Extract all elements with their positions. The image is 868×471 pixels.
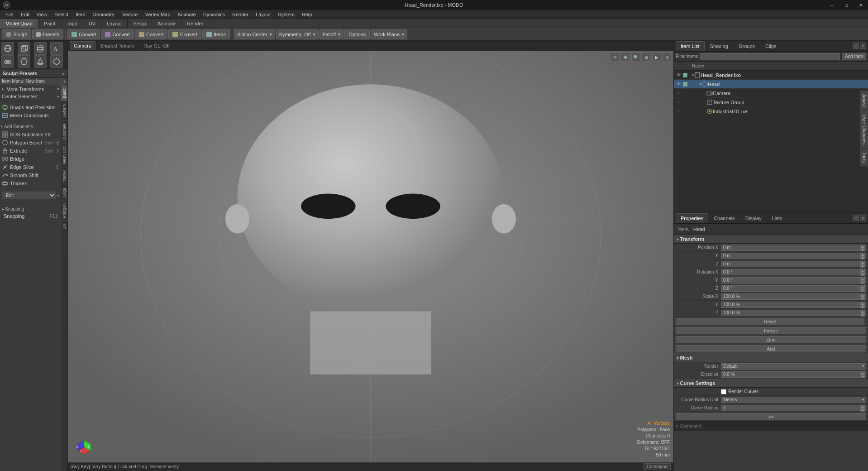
vtab-deform[interactable]: Deform (61, 101, 67, 120)
tool-cylinder[interactable] (34, 42, 47, 55)
dissolve-value[interactable]: 0.0 % ▲▼ (721, 371, 866, 378)
menu-item-animate[interactable]: Animate (174, 10, 199, 19)
vis-eye-camera[interactable]: 👁 (676, 90, 682, 96)
convert-button-1[interactable]: Convert (67, 29, 100, 39)
curve-r-down[interactable]: ▼ (860, 409, 865, 412)
tab-layout[interactable]: Layout (101, 19, 128, 28)
edge-slice-row[interactable]: Edge Slice C (0, 163, 61, 171)
snapping-header[interactable]: ▸ Snapping (2, 206, 59, 212)
items-button[interactable]: Items (202, 29, 230, 39)
panel-resize-collapse[interactable]: × (860, 43, 866, 49)
item-menu-arrow[interactable]: ▾ (63, 79, 66, 84)
tab-lists[interactable]: Lists (767, 213, 787, 223)
vp-icon-1[interactable]: ⟳ (610, 53, 620, 62)
thicken-row[interactable]: Thicken (0, 179, 61, 187)
options-button[interactable]: Options (344, 29, 370, 39)
rot-x-up[interactable]: ▲ (860, 269, 865, 273)
tool-sphere[interactable] (1, 42, 14, 55)
freeze-button[interactable]: Freeze (676, 327, 866, 334)
menu-item-file[interactable]: File (2, 10, 17, 19)
scale-x-up[interactable]: ▲ (860, 294, 865, 297)
item-row-camera[interactable]: 👁 Camera (674, 89, 868, 98)
vtab-edge[interactable]: Edge (61, 185, 67, 200)
tab-model-quad[interactable]: Model Quad (0, 19, 38, 28)
menu-item-render[interactable]: Render (229, 10, 252, 19)
menu-item-view[interactable]: View (33, 10, 51, 19)
snaps-row[interactable]: Snaps and Precision (0, 103, 61, 111)
vtab-vertex[interactable]: Vertex (61, 167, 67, 185)
tab-shading[interactable]: Shading (705, 41, 733, 51)
command-field[interactable] (678, 424, 866, 429)
scale-y-value[interactable]: 100.0 % ▲▼ (721, 302, 866, 308)
orient-cube[interactable]: Y Z X (74, 437, 95, 457)
dissolve-down[interactable]: ▼ (860, 375, 865, 378)
pos-z-down[interactable]: ▼ (860, 264, 865, 268)
tab-clips[interactable]: Clips (760, 41, 781, 51)
item-row-texture[interactable]: 👁 Texture Group (674, 98, 868, 107)
maximize-button[interactable]: □ (839, 0, 854, 10)
rot-z-down[interactable]: ▼ (860, 289, 865, 292)
pos-y-value[interactable]: 0 m ▲▼ (721, 253, 866, 259)
zero-button[interactable]: Zero (676, 336, 866, 343)
polygon-bevel-row[interactable]: Polygon Bevel Shift+B (0, 139, 61, 147)
viewport-canvas[interactable]: ⟳ ✥ 🔍 ⊞ ▶ ⊙ Y Z X (68, 51, 673, 471)
curve-radius-unit-dropdown[interactable]: Meters (721, 397, 866, 403)
scale-y-down[interactable]: ▼ (860, 305, 865, 308)
rot-y-down[interactable]: ▼ (860, 281, 865, 284)
presets-button[interactable]: Presets (32, 29, 63, 39)
item-row-head[interactable]: 👁 ▾ Head (674, 80, 868, 89)
mesh-constraints-row[interactable]: Mesh Constraints (0, 111, 61, 120)
vtab-meshedit[interactable]: Mesh Edit (61, 143, 67, 167)
smooth-shift-row[interactable]: Smooth Shift (0, 171, 61, 179)
vtab-basic[interactable]: Basic (61, 85, 67, 101)
vis-eye-texture[interactable]: 👁 (676, 99, 682, 106)
convert-button-4[interactable]: Convert (168, 29, 201, 39)
pos-z-up[interactable]: ▲ (860, 261, 865, 264)
falloff-dropdown[interactable]: Falloff (320, 29, 344, 39)
extrude-row[interactable]: Extrude Shift+X (0, 147, 61, 155)
props-resize-expand[interactable]: ⤢ (853, 215, 859, 221)
filter-input[interactable] (700, 53, 840, 60)
pos-y-up[interactable]: ▲ (860, 253, 865, 256)
vtab-duplicate[interactable]: Duplicate (61, 120, 67, 144)
menu-item-help[interactable]: Help (298, 10, 316, 19)
pos-x-down[interactable]: ▼ (860, 248, 865, 251)
add-geometry-section[interactable]: Add Geometry (0, 123, 61, 130)
vp-icon-4[interactable]: ⊞ (642, 53, 651, 62)
work-plane-dropdown[interactable]: Work Plane (371, 29, 407, 39)
menu-item-select[interactable]: Select (51, 10, 72, 19)
dissolve-up[interactable]: ▲ (860, 372, 865, 375)
sds-subdivide-row[interactable]: SDS Subdivide 2X (0, 130, 61, 139)
tab-item-list[interactable]: Item List (676, 41, 705, 51)
curve-radius-value[interactable]: 1 ▲▼ (721, 405, 866, 411)
tab-uv[interactable]: UV (83, 19, 101, 28)
tool-poly[interactable] (50, 55, 63, 68)
panel-resize-expand[interactable]: ⤢ (853, 43, 859, 49)
edit-select[interactable]: Edit (2, 192, 56, 199)
menu-item-edit[interactable]: Edit (17, 10, 33, 19)
menu-item-texture[interactable]: Texture (118, 10, 142, 19)
vp-icon-2[interactable]: ✥ (621, 53, 630, 62)
tool-capsule[interactable] (18, 55, 30, 68)
tab-topo[interactable]: Topo (61, 19, 83, 28)
tab-paint[interactable]: Paint (38, 19, 61, 28)
tab-channels[interactable]: Channels (709, 213, 739, 223)
bridge-row[interactable]: Bridge (0, 155, 61, 163)
vp-tab-shaded[interactable]: Shaded Texture (96, 41, 139, 50)
menu-item-geometry[interactable]: Geometry (89, 10, 118, 19)
menu-item-dynamics[interactable]: Dynamics (200, 10, 229, 19)
reset-button[interactable]: Reset (676, 318, 864, 325)
more-transforms-dropdown[interactable]: ▾ (57, 87, 59, 91)
add-item-button[interactable]: Add Item (842, 53, 866, 60)
rot-z-value[interactable]: 0.0 ° ▲▼ (721, 285, 866, 292)
render-dropdown[interactable]: Default (721, 363, 866, 370)
curve-r-up[interactable]: ▲ (860, 405, 865, 409)
vp-icon-zoom[interactable]: 🔍 (631, 53, 640, 62)
curve-expand-button[interactable]: >> (676, 413, 866, 420)
command-input[interactable]: Command (644, 463, 671, 470)
center-selected-dropdown[interactable]: ▾ (57, 94, 59, 99)
scale-y-up[interactable]: ▲ (860, 302, 865, 305)
rot-x-value[interactable]: 0.0 ° ▲▼ (721, 269, 866, 275)
symmetry-dropdown[interactable]: Symmetry: Off (276, 29, 319, 39)
rot-y-up[interactable]: ▲ (860, 278, 865, 281)
